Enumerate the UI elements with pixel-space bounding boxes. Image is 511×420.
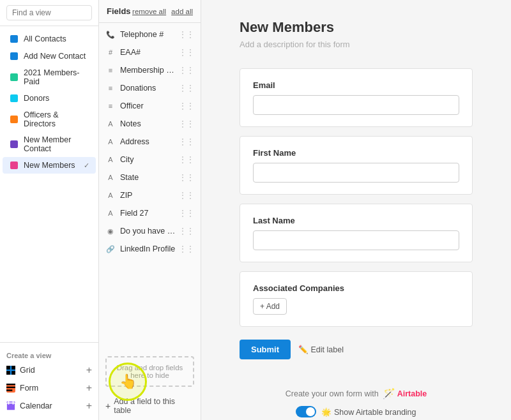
field-item-linkedin-profile[interactable]: 🔗LinkedIn Profile⋮⋮ — [99, 240, 201, 258]
airtable-logo: Airtable — [397, 389, 427, 398]
field-item-telephone[interactable]: 📞Telephone #⋮⋮ — [99, 26, 201, 43]
branding-toggle[interactable] — [296, 406, 316, 417]
field-item-address[interactable]: AAddress⋮⋮ — [99, 133, 201, 151]
bottom-item-calendar[interactable]: Calendar+ — [0, 397, 98, 415]
drag-handle-field27[interactable]: ⋮⋮ — [179, 209, 194, 218]
nav-label-2021-members-paid: 2021 Members-Paid — [24, 68, 89, 86]
field-item-officer[interactable]: ≡Officer⋮⋮ — [99, 97, 201, 115]
field-item-zip[interactable]: AZIP⋮⋮ — [99, 186, 201, 204]
field-icon-notes: A — [105, 119, 116, 129]
svg-rect-3 — [11, 371, 15, 375]
field-item-state[interactable]: AState⋮⋮ — [99, 169, 201, 186]
fields-panel: Fields remove all add all 📞Telephone #⋮⋮… — [99, 0, 201, 420]
sidebar-item-new-members[interactable]: New Members✓ — [3, 157, 96, 174]
main-area: New Members Add a description for this f… — [201, 0, 511, 420]
email-label: Email — [253, 80, 459, 90]
create-view-title: Create a view — [0, 348, 98, 361]
sidebar-item-2021-members-paid[interactable]: 2021 Members-Paid — [3, 65, 96, 89]
drag-handle-notes[interactable]: ⋮⋮ — [179, 119, 194, 128]
nav-icon-add-new-contact — [9, 51, 19, 61]
nav-label-donors: Donors — [24, 94, 49, 103]
sidebar-item-add-new-contact[interactable]: Add New Contact — [3, 48, 96, 64]
field-icon-city: A — [105, 154, 116, 165]
email-input[interactable] — [253, 95, 459, 115]
add-field-label: Add a field to this table — [114, 397, 194, 415]
field-item-eaa[interactable]: #EAA#⋮⋮ — [99, 43, 201, 61]
nav-icon-donors — [9, 93, 19, 103]
search-input[interactable] — [6, 5, 92, 20]
svg-rect-5 — [6, 387, 15, 388]
field-item-donations[interactable]: ≡Donations⋮⋮ — [99, 79, 201, 97]
bottom-icon-calendar — [6, 401, 15, 410]
fields-header: Fields remove all add all — [99, 0, 201, 23]
first-name-input[interactable] — [253, 163, 459, 183]
field-icon-membership-payments: ≡ — [105, 65, 116, 75]
svg-rect-2 — [6, 371, 10, 375]
email-section: Email — [240, 68, 473, 127]
drag-handle-zip[interactable]: ⋮⋮ — [179, 191, 194, 200]
sidebar-item-new-member-contact[interactable]: New Member Contact — [3, 132, 96, 156]
add-company-button[interactable]: + Add — [253, 298, 287, 315]
field-icon-state: A — [105, 172, 116, 183]
create-form-text: Create your own form with — [286, 389, 379, 398]
toggle-row: 🌟 Show Airtable branding — [240, 406, 473, 417]
fields-list: 📞Telephone #⋮⋮#EAA#⋮⋮≡Membership Payment… — [99, 23, 201, 351]
svg-rect-1 — [11, 366, 15, 370]
nav-icon-new-member-contact — [9, 139, 19, 149]
sidebar-nav: All ContactsAdd New Contact2021 Members-… — [0, 26, 98, 342]
remove-all-btn[interactable]: remove all — [132, 8, 166, 15]
add-field-btn[interactable]: + Add a field to this table — [99, 392, 201, 420]
drag-handle-city[interactable]: ⋮⋮ — [179, 155, 194, 164]
edit-label-button[interactable]: ✏️ Edit label — [298, 345, 344, 354]
last-name-input[interactable] — [253, 230, 459, 250]
nav-label-officers-directors: Officers & Directors — [24, 110, 89, 128]
svg-rect-0 — [6, 366, 10, 370]
field-icon-zip: A — [105, 190, 116, 200]
sidebar: All ContactsAdd New Contact2021 Members-… — [0, 0, 99, 420]
svg-rect-4 — [6, 384, 15, 385]
sidebar-item-donors[interactable]: Donors — [3, 90, 96, 107]
drag-handle-address[interactable]: ⋮⋮ — [179, 137, 194, 146]
nav-label-all-contacts: All Contacts — [24, 34, 66, 43]
plus-icon-calendar: + — [86, 400, 92, 412]
add-all-btn[interactable]: add all — [171, 8, 193, 15]
field-name-state: State — [120, 173, 179, 182]
drag-handle-linkedin-check[interactable]: ⋮⋮ — [179, 227, 194, 236]
nav-icon-2021-members-paid — [9, 72, 19, 82]
bottom-item-form[interactable]: Form+ — [0, 379, 98, 397]
field-name-donations: Donations — [120, 84, 179, 93]
drag-handle-eaa[interactable]: ⋮⋮ — [179, 48, 194, 57]
drag-handle-telephone[interactable]: ⋮⋮ — [179, 30, 194, 39]
nav-icon-new-members — [9, 160, 19, 170]
field-name-address: Address — [120, 137, 179, 146]
bottom-item-grid[interactable]: Grid+ — [0, 361, 98, 379]
nav-icon-all-contacts — [9, 34, 19, 44]
drag-handle-state[interactable]: ⋮⋮ — [179, 173, 194, 182]
sidebar-item-all-contacts[interactable]: All Contacts — [3, 31, 96, 47]
field-icon-donations: ≡ — [105, 83, 116, 93]
field-item-notes[interactable]: ANotes⋮⋮ — [99, 115, 201, 133]
field-name-membership-payments: Membership Payments — [120, 66, 179, 75]
sidebar-item-officers-directors[interactable]: Officers & Directors — [3, 107, 96, 131]
form-title: New Members — [240, 19, 473, 36]
submit-button[interactable]: Submit — [240, 340, 291, 359]
field-item-field27[interactable]: AField 27⋮⋮ — [99, 204, 201, 222]
field-name-telephone: Telephone # — [120, 30, 179, 39]
drag-handle-officer[interactable]: ⋮⋮ — [179, 101, 194, 110]
field-item-linkedin-check[interactable]: ◉Do you have a LinkedIn p...⋮⋮ — [99, 222, 201, 240]
drag-handle-donations[interactable]: ⋮⋮ — [179, 84, 194, 93]
field-name-zip: ZIP — [120, 191, 179, 200]
drag-handle-membership-payments[interactable]: ⋮⋮ — [179, 66, 194, 75]
field-name-city: City — [120, 155, 179, 164]
associated-companies-label: Associated Companies — [253, 283, 459, 293]
branding-row: Create your own form with 🪄 Airtable — [240, 387, 473, 400]
field-item-city[interactable]: ACity⋮⋮ — [99, 151, 201, 169]
field-name-eaa: EAA# — [120, 48, 179, 57]
field-item-membership-payments[interactable]: ≡Membership Payments⋮⋮ — [99, 61, 201, 79]
field-icon-field27: A — [105, 208, 116, 218]
first-name-label: First Name — [253, 148, 459, 158]
bottom-icon-grid — [6, 366, 15, 375]
drag-handle-linkedin-profile[interactable]: ⋮⋮ — [179, 244, 194, 253]
form-description[interactable]: Add a description for this form — [240, 40, 473, 49]
nav-label-add-new-contact: Add New Contact — [24, 52, 86, 61]
